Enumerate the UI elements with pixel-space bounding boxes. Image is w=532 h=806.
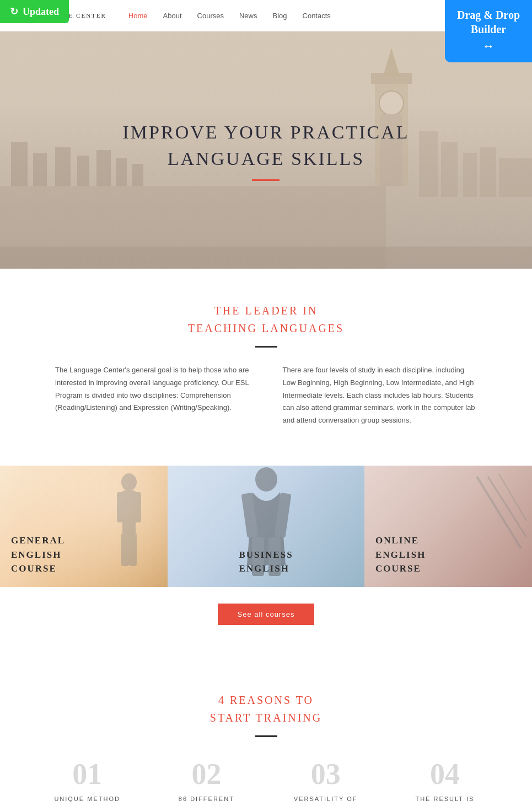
reason-2: 02 86 DIFFERENTCOURSES: [152, 759, 260, 806]
svg-rect-22: [117, 492, 125, 522]
svg-rect-4: [55, 147, 71, 186]
reasons-title: 4 REASONS TO START TRAINING: [33, 691, 499, 727]
reason-3: 03 VERSATILITY OFCOURSES: [272, 759, 380, 806]
reason-number-1: 01: [72, 759, 102, 789]
drag-drop-label: Drag & DropBuilder: [457, 9, 520, 35]
leader-section: THE LEADER IN TEACHING LANGUAGES The Lan…: [0, 269, 532, 449]
nav-courses[interactable]: Courses: [197, 10, 224, 20]
leader-columns: The Language Center's general goal is to…: [44, 364, 488, 427]
hero-section: IMPROVE YOUR PRACTICAL LANGUAGE SKILLS: [0, 31, 532, 269]
svg-rect-14: [419, 131, 438, 197]
reason-label-3: VERSATILITY OFCOURSES: [294, 794, 358, 806]
nav-links: Home About Courses News Blog Contacts: [128, 10, 492, 20]
updated-badge: ↻ Updated: [0, 0, 69, 23]
course-label-business: BUSINESSENGLISH: [239, 548, 293, 576]
reason-label-2: 86 DIFFERENTCOURSES: [179, 794, 234, 806]
reason-number-4: 04: [430, 759, 460, 789]
reasons-divider: [255, 735, 277, 737]
nav-home[interactable]: Home: [128, 10, 148, 20]
leader-col2: There are four levels of study in each d…: [283, 364, 477, 427]
see-all-button[interactable]: See all courses: [218, 604, 315, 625]
courses-grid: GENERALENGLISHCOURSE BUSINESSENGLISH ONL…: [0, 466, 532, 587]
course-label-online: ONLINEENGLISHCOURSE: [375, 533, 426, 576]
reason-1: 01 UNIQUE METHODOF TEACHING: [33, 759, 141, 806]
svg-rect-3: [33, 153, 47, 186]
svg-rect-2: [11, 142, 28, 186]
sync-icon: ↻: [10, 6, 18, 18]
svg-line-33: [499, 474, 526, 521]
nav-news[interactable]: News: [239, 10, 257, 20]
svg-line-32: [488, 477, 526, 537]
book-icon: [471, 471, 526, 554]
reason-number-2: 02: [191, 759, 221, 789]
svg-rect-24: [121, 533, 129, 566]
svg-rect-15: [441, 142, 458, 197]
updated-label: Updated: [23, 6, 59, 18]
reason-number-3: 03: [311, 759, 341, 789]
nav-about[interactable]: About: [163, 10, 182, 20]
courses-section: GENERALENGLISHCOURSE BUSINESSENGLISH ONL…: [0, 449, 532, 664]
svg-line-31: [477, 477, 521, 548]
svg-rect-17: [480, 147, 496, 197]
svg-rect-19: [0, 247, 532, 269]
leader-title: THE LEADER IN TEACHING LANGUAGES: [44, 302, 488, 337]
person-silhouette-1: [107, 471, 151, 570]
hero-headline: IMPROVE YOUR PRACTICAL LANGUAGE SKILLS: [122, 119, 409, 172]
svg-rect-23: [133, 492, 141, 522]
drag-arrow-icon: ↔: [457, 39, 520, 55]
reason-label-4: THE RESULT ISGUARANTEED: [415, 794, 474, 806]
leader-divider: [255, 346, 277, 348]
svg-rect-5: [77, 156, 89, 186]
reason-4: 04 THE RESULT ISGUARANTEED: [391, 759, 499, 806]
leader-col1: The Language Center's general goal is to…: [55, 364, 250, 427]
svg-point-11: [379, 91, 404, 115]
nav-contacts[interactable]: Contacts: [303, 10, 331, 20]
svg-rect-25: [129, 533, 137, 566]
svg-point-26: [255, 467, 277, 492]
see-all-btn-wrap: See all courses: [0, 587, 532, 653]
hero-content: IMPROVE YOUR PRACTICAL LANGUAGE SKILLS: [122, 119, 409, 181]
svg-rect-16: [463, 153, 477, 197]
svg-rect-18: [499, 158, 532, 197]
svg-rect-6: [96, 150, 111, 186]
course-card-general[interactable]: GENERALENGLISHCOURSE: [0, 466, 168, 587]
reasons-section: 4 REASONS TO START TRAINING 01 UNIQUE ME…: [0, 664, 532, 806]
reason-label-1: UNIQUE METHODOF TEACHING: [54, 794, 120, 806]
drag-drop-badge: Drag & DropBuilder ↔: [445, 0, 532, 62]
svg-point-20: [121, 473, 137, 491]
course-card-business[interactable]: BUSINESSENGLISH: [168, 466, 364, 587]
course-card-online[interactable]: ONLINEENGLISHCOURSE: [364, 466, 532, 587]
reasons-grid: 01 UNIQUE METHODOF TEACHING 02 86 DIFFER…: [33, 759, 499, 806]
course-label-general: GENERALENGLISHCOURSE: [11, 533, 65, 576]
nav-blog[interactable]: Blog: [272, 10, 287, 20]
hero-divider: [252, 179, 280, 181]
